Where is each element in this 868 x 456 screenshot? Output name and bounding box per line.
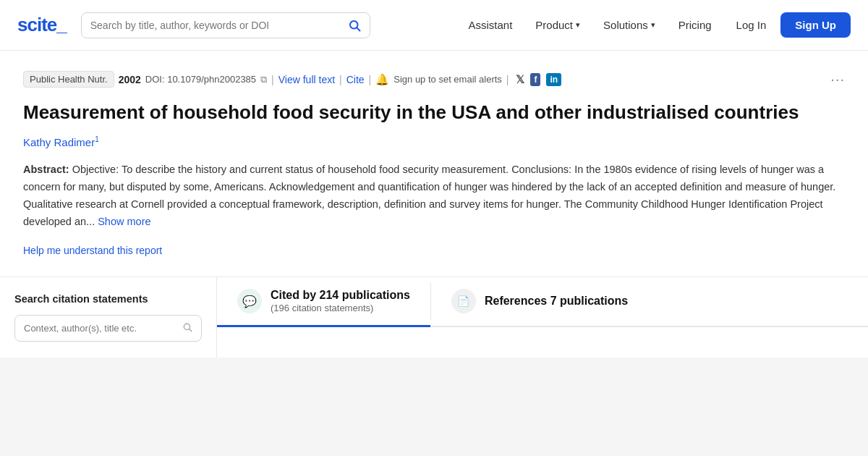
signup-button[interactable]: Sign Up: [780, 12, 851, 38]
tabs-row: 💬 Cited by 214 publications (196 citatio…: [217, 277, 868, 327]
search-citations-title: Search citation statements: [14, 293, 202, 305]
tab-references[interactable]: 📄 References 7 publications: [431, 277, 648, 327]
main-nav: Assistant Product ▾ Solutions ▾ Pricing …: [458, 12, 851, 38]
bottom-section: Search citation statements 💬 Cited by 21…: [0, 276, 868, 358]
search-bar: [81, 12, 370, 38]
help-understand-link[interactable]: Help me understand this report: [23, 245, 162, 256]
authors-list: Kathy Radimer1: [23, 135, 845, 148]
bell-icon: 🔔: [375, 73, 389, 86]
nav-assistant[interactable]: Assistant: [458, 13, 522, 37]
view-full-text-link[interactable]: View full text: [278, 74, 335, 85]
search-sm-icon: [182, 322, 192, 334]
logo[interactable]: scite_: [17, 14, 67, 36]
abstract: Abstract: Objective: To describe the his…: [23, 161, 845, 231]
cite-link[interactable]: Cite: [346, 74, 365, 85]
cited-by-icon: 💬: [237, 289, 262, 313]
tab-cited-by[interactable]: 💬 Cited by 214 publications (196 citatio…: [217, 277, 430, 327]
paper-year: 2002: [119, 74, 141, 85]
svg-line-3: [190, 329, 192, 332]
paper-doi: DOI: 10.1079/phn2002385: [145, 74, 256, 85]
copy-icon[interactable]: ⧉: [260, 74, 267, 85]
header: scite_ Assistant Product ▾ Solutions ▾ P…: [0, 0, 868, 51]
svg-line-1: [357, 28, 359, 30]
chevron-down-icon: ▾: [651, 20, 655, 30]
citation-search-input-wrapper: [14, 315, 202, 342]
references-icon: 📄: [451, 289, 476, 313]
chevron-down-icon: ▾: [576, 20, 580, 30]
email-alert-text: Sign up to set email alerts: [393, 74, 502, 85]
author-sup: 1: [95, 135, 99, 143]
search-citations-panel: Search citation statements: [0, 277, 217, 358]
author-name[interactable]: Kathy Radimer: [23, 136, 95, 148]
login-button[interactable]: Log In: [725, 13, 778, 37]
abstract-label: Abstract:: [23, 164, 69, 175]
tabs-section: 💬 Cited by 214 publications (196 citatio…: [217, 277, 868, 358]
search-input[interactable]: [90, 20, 348, 31]
paper-title: Measurement of household food security i…: [23, 101, 845, 125]
main-content: Public Health Nutr. 2002 DOI: 10.1079/ph…: [0, 51, 868, 276]
nav-pricing[interactable]: Pricing: [668, 13, 722, 37]
linkedin-icon[interactable]: in: [546, 73, 561, 86]
references-label: References 7 publications: [485, 295, 628, 308]
show-more-link[interactable]: Show more: [98, 216, 150, 227]
social-icons: 𝕏 f in: [516, 73, 561, 86]
cited-by-sub: (196 citation statements): [271, 303, 410, 313]
nav-solutions[interactable]: Solutions ▾: [593, 13, 665, 37]
citation-search-input[interactable]: [24, 323, 176, 334]
twitter-icon[interactable]: 𝕏: [516, 73, 524, 86]
more-options-button[interactable]: ···: [830, 71, 845, 88]
paper-meta: Public Health Nutr. 2002 DOI: 10.1079/ph…: [23, 71, 845, 88]
nav-product[interactable]: Product ▾: [525, 13, 590, 37]
journal-badge: Public Health Nutr.: [23, 71, 114, 88]
facebook-icon[interactable]: f: [530, 73, 540, 86]
cited-by-label: Cited by 214 publications: [271, 289, 410, 302]
search-button[interactable]: [348, 19, 361, 32]
